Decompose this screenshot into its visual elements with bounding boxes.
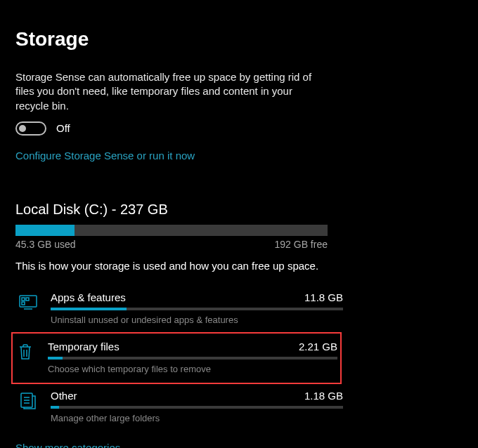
category-name: Temporary files xyxy=(48,341,119,353)
svg-rect-3 xyxy=(22,302,25,305)
disk-stats: 45.3 GB used 192 GB free xyxy=(15,239,328,250)
category-size: 1.18 GB xyxy=(304,390,343,402)
storage-sense-toggle[interactable] xyxy=(15,121,46,136)
toggle-state-label: Off xyxy=(56,122,70,134)
usage-description: This is how your storage is used and how… xyxy=(15,260,478,272)
category-body: Apps & features11.8 GBUninstall unused o… xyxy=(51,291,343,325)
apps-icon xyxy=(18,293,38,312)
other-icon xyxy=(18,391,38,411)
category-apps[interactable]: Apps & features11.8 GBUninstall unused o… xyxy=(15,287,346,331)
category-subtext: Choose which temporary files to remove xyxy=(48,364,337,374)
category-size: 11.8 GB xyxy=(304,291,343,303)
configure-storage-sense-link[interactable]: Configure Storage Sense or run it now xyxy=(15,150,195,162)
trash-icon xyxy=(15,342,35,362)
category-other[interactable]: Other1.18 GBManage other large folders xyxy=(15,386,346,429)
category-fill xyxy=(48,357,63,360)
category-bar xyxy=(48,357,337,360)
category-fill xyxy=(51,308,127,310)
disk-used-label: 45.3 GB used xyxy=(15,239,76,250)
local-disk-title: Local Disk (C:) - 237 GB xyxy=(15,202,478,218)
category-body: Temporary files2.21 GBChoose which tempo… xyxy=(48,341,337,374)
svg-rect-1 xyxy=(22,298,25,301)
disk-usage-bar xyxy=(15,225,328,236)
category-name: Apps & features xyxy=(51,291,126,303)
toggle-knob xyxy=(19,125,26,132)
svg-rect-2 xyxy=(26,298,29,301)
disk-usage-fill xyxy=(15,225,75,236)
category-bar xyxy=(51,308,343,310)
category-body: Other1.18 GBManage other large folders xyxy=(51,390,343,423)
categories-list: Apps & features11.8 GBUninstall unused o… xyxy=(15,287,478,429)
category-fill xyxy=(51,406,59,409)
storage-sense-toggle-row: Off xyxy=(15,121,478,136)
storage-sense-description: Storage Sense can automatically free up … xyxy=(15,70,325,113)
category-bar xyxy=(51,406,343,409)
category-subtext: Manage other large folders xyxy=(51,413,343,423)
category-trash[interactable]: Temporary files2.21 GBChoose which tempo… xyxy=(11,332,342,384)
category-size: 2.21 GB xyxy=(299,341,337,353)
category-header: Apps & features11.8 GB xyxy=(51,291,343,303)
show-more-categories-link[interactable]: Show more categories xyxy=(15,442,120,448)
category-header: Other1.18 GB xyxy=(51,390,343,402)
page-title: Storage xyxy=(15,28,478,51)
category-subtext: Uninstall unused or undesired apps & fea… xyxy=(51,315,343,325)
category-name: Other xyxy=(51,390,77,402)
disk-free-label: 192 GB free xyxy=(275,239,328,250)
category-header: Temporary files2.21 GB xyxy=(48,341,337,353)
